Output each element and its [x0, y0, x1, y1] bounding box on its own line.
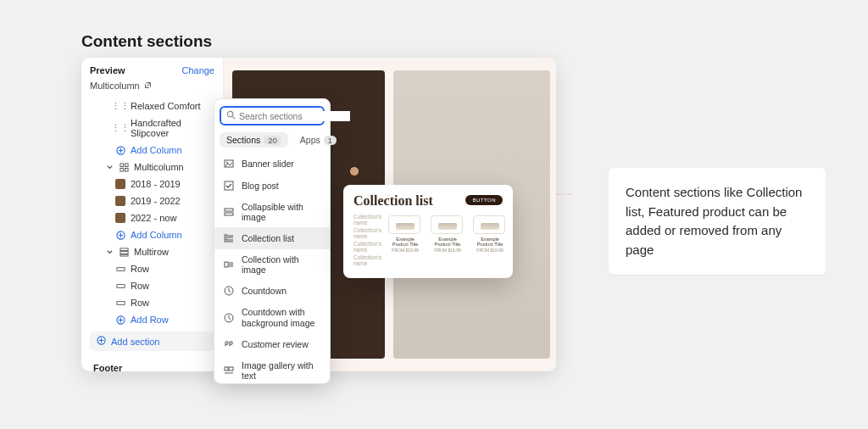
grid-icon — [119, 162, 129, 172]
preview-current[interactable]: Multicolumn — [81, 81, 223, 98]
preview-product-image — [431, 215, 463, 234]
section-option-label: Collection with image — [242, 254, 321, 275]
tree-item-child[interactable]: 2019 - 2022 — [85, 192, 220, 209]
section-list[interactable]: Banner slider Blog post Collapsible with… — [214, 153, 330, 383]
section-picker-popover: Sections 20 Apps 1 Banner slider Blog po… — [214, 98, 331, 384]
preview-card-button: BUTTON — [465, 195, 503, 205]
tree-item-label: Handcrafted Slipcover — [131, 118, 214, 138]
svg-rect-28 — [225, 367, 228, 370]
preview-products-row: Example Product Title FROM $19.99 Exampl… — [388, 215, 507, 266]
preview-product-image — [388, 215, 420, 234]
image-icon — [223, 158, 235, 170]
tree-item-label: 2019 - 2022 — [131, 196, 181, 206]
section-option-label: Image gallery with text — [242, 360, 321, 381]
svg-rect-9 — [116, 267, 124, 270]
tree-item-child[interactable]: Row — [85, 294, 220, 311]
preview-product-title: Example Product Title — [388, 237, 422, 247]
thumb-icon — [115, 196, 125, 206]
section-option-countdown[interactable]: Countdown — [214, 280, 330, 302]
list-icon — [223, 232, 235, 244]
tree-item-label: Add Column — [131, 145, 182, 155]
check-icon — [223, 180, 235, 192]
section-option-label: Banner slider — [242, 159, 294, 169]
tree-item-label: Multicolumn — [134, 162, 184, 172]
clock-icon — [223, 312, 235, 324]
section-option-customer-review[interactable]: Customer review — [214, 333, 330, 355]
tree-item-label: 2022 - now — [131, 213, 176, 223]
rows-icon — [119, 247, 129, 257]
add-row-link[interactable]: Add Row — [85, 311, 220, 328]
svg-rect-6 — [120, 248, 127, 250]
svg-rect-10 — [116, 284, 124, 287]
svg-rect-21 — [225, 209, 233, 211]
tree-item-child[interactable]: 2018 - 2019 — [85, 176, 220, 192]
svg-rect-3 — [120, 168, 123, 171]
tree-item-label: Row — [131, 298, 149, 308]
plus-circle-icon — [115, 230, 125, 240]
svg-rect-8 — [120, 254, 127, 256]
svg-rect-25 — [225, 262, 228, 267]
tree-item-child[interactable]: 2022 - now — [85, 209, 220, 226]
tree-section-multirow[interactable]: Multirow — [85, 243, 220, 260]
tree-item-label: Add Column — [131, 230, 182, 240]
tree-section-multicolumn[interactable]: Multicolumn — [85, 159, 220, 176]
tree-item-label: Row — [131, 281, 149, 291]
section-option-label: Countdown — [242, 286, 287, 296]
section-option-label: Collection list — [242, 233, 294, 243]
search-icon — [226, 110, 236, 121]
change-link[interactable]: Change — [181, 65, 214, 75]
callout-note: Content sections like Collection list, F… — [609, 168, 826, 275]
handle-icon: ⋮⋮ — [115, 123, 125, 133]
svg-rect-22 — [225, 213, 233, 215]
search-input[interactable] — [239, 111, 350, 121]
clock-icon — [223, 285, 235, 297]
row-icon — [115, 281, 125, 291]
thumb-icon — [115, 179, 125, 189]
preview-product: Example Product Title FROM $19.99 — [431, 215, 465, 266]
sidebar-panel: Preview Change Multicolumn ⋮⋮ Relaxed Co… — [81, 58, 224, 371]
collection-name: Collection's name — [353, 227, 381, 239]
chevron-down-icon — [105, 163, 114, 171]
svg-rect-2 — [125, 163, 128, 166]
svg-point-17 — [227, 111, 232, 116]
tree-item-label: 2018 - 2019 — [131, 179, 181, 189]
row-icon — [115, 264, 125, 274]
search-input-wrapper[interactable] — [220, 106, 325, 125]
add-column-link[interactable]: Add Column — [85, 226, 220, 243]
section-option-collection-image[interactable]: Collection with image — [214, 249, 330, 280]
section-option-label: Customer review — [242, 339, 309, 349]
image-row-icon — [223, 259, 235, 270]
section-option-banner-slider[interactable]: Banner slider — [214, 153, 330, 175]
add-column-link[interactable]: Add Column — [85, 142, 220, 159]
section-option-blog-post[interactable]: Blog post — [214, 175, 330, 197]
collection-name-list: Collection's name Collection's name Coll… — [353, 214, 381, 266]
tab-sections[interactable]: Sections 20 — [220, 132, 288, 148]
section-option-image-gallery-text[interactable]: Image gallery with text — [214, 355, 330, 383]
section-option-label: Collapsible with image — [242, 202, 321, 222]
section-preview-card: Collection list BUTTON Collection's name… — [343, 185, 513, 278]
svg-rect-7 — [120, 251, 127, 254]
svg-rect-23 — [225, 235, 227, 237]
thumb-icon — [115, 213, 125, 223]
footer-group-label: Footer — [85, 354, 220, 371]
tab-label: Sections — [226, 135, 260, 145]
tree-item-leaf[interactable]: ⋮⋮ Handcrafted Slipcover — [85, 114, 220, 142]
preview-product-title: Example Product Title — [431, 237, 465, 247]
callout-arrow — [517, 193, 610, 195]
gallery-icon — [223, 365, 235, 376]
panel-icon — [223, 206, 235, 218]
preview-product-price: FROM $19.99 — [473, 248, 507, 253]
tree-item-child[interactable]: Row — [85, 260, 220, 277]
tree-item-child[interactable]: Row — [85, 277, 220, 294]
add-section-button[interactable]: Add section — [90, 332, 214, 351]
tab-apps[interactable]: Apps 1 — [293, 132, 343, 148]
preview-label: Preview — [90, 65, 125, 75]
tree-item-leaf[interactable]: ⋮⋮ Relaxed Comfort — [85, 98, 220, 114]
chevron-down-icon — [105, 248, 114, 256]
section-option-countdown-bg[interactable]: Countdown with background image — [214, 302, 330, 333]
section-option-collapsible-image[interactable]: Collapsible with image — [214, 197, 330, 227]
section-option-collection-list[interactable]: Collection list — [214, 227, 330, 249]
tab-label: Apps — [300, 135, 320, 145]
svg-rect-11 — [116, 301, 124, 304]
tree-item-label: Row — [131, 264, 149, 274]
